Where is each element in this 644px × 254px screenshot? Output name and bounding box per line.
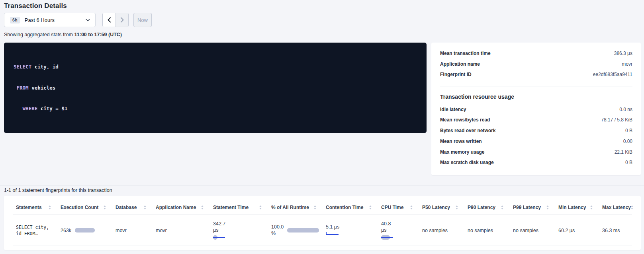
column-header-percent-runtime[interactable]: % of All Runtime [271, 196, 326, 215]
column-header-database[interactable]: Database [115, 196, 156, 215]
sql-statement-box: SELECT city, id FROM vehicles WHERE city… [4, 43, 427, 133]
p50-latency-cell: no samples [422, 215, 468, 246]
transaction-summary-card: Mean transaction time 386.3 µs Applicati… [431, 43, 641, 175]
summary-row-fingerprint-id: Fingerprint ID ee2df683f5aa9411 [440, 69, 632, 80]
resource-usage-rows: Idle latency 0.0 ns Mean rows/bytes read… [440, 104, 632, 168]
column-header-p99-latency[interactable]: P99 Latency [513, 196, 558, 215]
sort-icon [201, 205, 204, 210]
p90-latency-cell: no samples [468, 215, 513, 246]
chevron-right-icon [120, 17, 124, 23]
sort-icon [369, 205, 372, 210]
table-row: SELECT city,id FROM… 263k movr movr 342.… [13, 215, 632, 246]
subtitle-prefix: Showing aggregated stats from [4, 32, 74, 37]
time-range-badge: 6h [10, 17, 20, 23]
summary-row-application-name: Application name movr [440, 59, 632, 70]
max-latency-cell: 36.3 ms [602, 215, 634, 246]
time-controls: 6h Past 6 Hours Now [4, 13, 152, 27]
sort-icon [49, 205, 51, 210]
column-header-p50-latency[interactable]: P50 Latency [422, 196, 468, 215]
now-button[interactable]: Now [133, 13, 152, 27]
percent-runtime-cell: 100.0 % [271, 215, 326, 246]
column-header-statements[interactable]: Statements [16, 196, 61, 215]
sort-icon [144, 205, 146, 210]
contention-time-cell: 5.1 µs [326, 215, 381, 246]
resource-row-mean-rows-bytes-read: Mean rows/bytes read 78.17 / 5.8 KiB [440, 115, 632, 125]
sort-icon [456, 205, 458, 210]
transaction-details-page: { "page": { "title": "Transaction Detail… [0, 0, 644, 254]
next-time-button[interactable] [115, 13, 128, 27]
min-latency-cell: 60.2 µs [558, 215, 602, 246]
cpu-time-bar [381, 235, 400, 240]
statement-link[interactable]: SELECT city,id FROM… [16, 224, 49, 237]
cpu-time-cell: 40.8 µs [381, 215, 422, 246]
resource-row-idle-latency: Idle latency 0.0 ns [440, 104, 632, 115]
sort-icon [631, 205, 633, 210]
statement-count-text: 1-1 of 1 statement fingerprints for this… [4, 188, 112, 193]
sort-icon [410, 205, 413, 210]
p99-latency-cell: no samples [513, 215, 558, 246]
column-header-min-latency[interactable]: Min Latency [558, 196, 602, 215]
page-title: Transaction Details [4, 2, 67, 10]
section-divider [0, 186, 644, 186]
sql-line: WHERE city = $1 [14, 105, 417, 112]
resource-row-max-scratch-disk-usage: Max scratch disk usage 0 B [440, 157, 632, 168]
sort-icon [104, 205, 106, 210]
column-header-cpu-time[interactable]: CPU Time [381, 196, 422, 215]
card-divider [440, 86, 632, 86]
column-header-p90-latency[interactable]: P90 Latency [468, 196, 513, 215]
resource-row-bytes-read-over-network: Bytes read over network 0 B [440, 125, 632, 136]
chevron-left-icon [107, 17, 111, 23]
sql-line: FROM vehicles [14, 84, 417, 92]
table-header-row: Statements Execution Count Database Appl… [13, 196, 632, 215]
prev-time-button[interactable] [103, 13, 115, 27]
time-range-label: Past 6 Hours [25, 17, 55, 23]
application-name-cell: movr [156, 215, 213, 246]
summary-row-mean-transaction-time: Mean transaction time 386.3 µs [440, 48, 632, 59]
column-header-statement-time[interactable]: Statement Time [213, 196, 271, 215]
contention-time-bar [326, 232, 339, 236]
sql-line: SELECT city, id [14, 63, 417, 70]
execution-count-cell: 263k [61, 215, 115, 246]
execution-count-bar [75, 228, 95, 233]
column-header-max-latency[interactable]: Max Latency [602, 196, 634, 215]
resource-usage-title: Transaction resource usage [440, 93, 632, 101]
resource-row-max-memory-usage: Max memory usage 22.1 KiB [440, 147, 632, 158]
percent-runtime-bar [287, 228, 319, 233]
statement-time-cell: 342.7 µs [213, 215, 271, 246]
aggregation-subtitle: Showing aggregated stats from 11:00 to 1… [4, 32, 122, 37]
sort-icon [259, 205, 262, 210]
statement-cell[interactable]: SELECT city,id FROM… [16, 215, 61, 246]
sort-icon [590, 205, 593, 210]
database-cell: movr [115, 215, 156, 246]
time-arrow-group [102, 13, 129, 27]
statements-table: Statements Execution Count Database Appl… [4, 196, 641, 250]
column-header-contention-time[interactable]: Contention Time [326, 196, 381, 215]
column-header-execution-count[interactable]: Execution Count [61, 196, 115, 215]
sort-icon [314, 205, 316, 210]
statement-time-bar [213, 235, 232, 240]
time-range-dropdown[interactable]: 6h Past 6 Hours [4, 13, 96, 27]
column-header-application-name[interactable]: Application Name [156, 196, 213, 215]
subtitle-range: 11:00 to 17:59 (UTC) [74, 32, 122, 37]
chevron-down-icon [86, 19, 90, 21]
sort-icon [546, 205, 549, 210]
sort-icon [501, 205, 503, 210]
resource-row-mean-rows-written: Mean rows written 0.00 [440, 136, 632, 147]
